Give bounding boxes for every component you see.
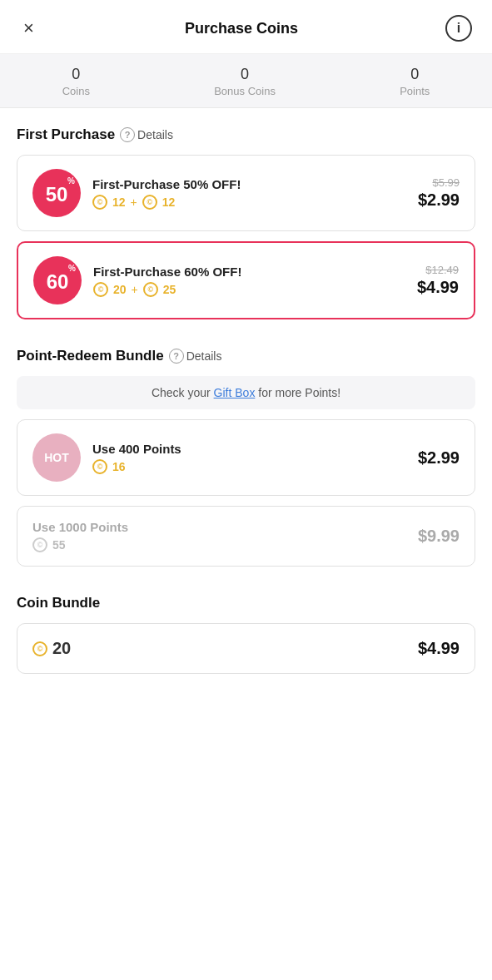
- price-current-pr2: $9.99: [418, 527, 460, 546]
- stat-points: 0 Points: [400, 66, 430, 97]
- coin-icon-1b: ©: [142, 195, 157, 210]
- point-redeem-card-2-title: Use 1000 Points: [32, 520, 390, 534]
- coins-label: Coins: [62, 85, 90, 97]
- point-redeem-card-2-price: $9.99: [401, 527, 460, 546]
- price-original-1: $5.99: [432, 176, 460, 189]
- gift-notice-text: Check your: [152, 386, 214, 399]
- coins-value: 0: [72, 66, 80, 83]
- badge-60-num: 60: [47, 272, 69, 292]
- page-title: Purchase Coins: [185, 20, 298, 37]
- first-purchase-card-1-content: First-Purchase 50% OFF! © 12 + © 12: [92, 177, 390, 210]
- first-purchase-card-1-title: First-Purchase 50% OFF!: [92, 177, 390, 191]
- coin-plus-2: +: [132, 283, 138, 296]
- badge-50-sign: %: [67, 177, 75, 186]
- point-redeem-section: Point-Redeem Bundle ? Details Check your…: [0, 329, 492, 567]
- price-current-pr1: $2.99: [418, 448, 460, 468]
- badge-hot: HOT: [32, 433, 81, 482]
- gift-box-link[interactable]: Gift Box: [214, 386, 256, 399]
- point-redeem-help-label: Details: [186, 349, 222, 363]
- point-redeem-help[interactable]: ? Details: [169, 349, 222, 364]
- first-purchase-card-2[interactable]: 60 % First-Purchase 60% OFF! © 20 + © 25…: [17, 241, 475, 319]
- badge-50: 50 %: [32, 169, 81, 217]
- info-button[interactable]: i: [445, 15, 472, 42]
- stats-bar: 0 Coins 0 Bonus Coins 0 Points: [0, 54, 492, 108]
- stat-bonus-coins: 0 Bonus Coins: [214, 66, 276, 97]
- point-redeem-card-1-price: $2.99: [401, 448, 460, 468]
- coin-bundle-count: 20: [52, 639, 71, 658]
- points-value: 0: [410, 66, 419, 83]
- coin-icon-2a: ©: [93, 282, 108, 297]
- first-purchase-card-2-content: First-Purchase 60% OFF! © 20 + © 25: [93, 265, 389, 297]
- coin-icon-1a: ©: [92, 195, 107, 210]
- point-redeem-card-2[interactable]: Use 1000 Points © 55 $9.99: [17, 506, 475, 567]
- first-purchase-card-2-coins: © 20 + © 25: [93, 282, 389, 297]
- point-redeem-help-icon: ?: [169, 349, 184, 364]
- badge-60-sign: %: [68, 265, 76, 273]
- point-redeem-card-2-coins: © 55: [32, 537, 390, 552]
- first-purchase-card-2-title: First-Purchase 60% OFF!: [93, 265, 389, 279]
- price-original-2: $12.49: [425, 264, 459, 276]
- coin-plus-1: +: [131, 196, 137, 209]
- price-current-1: $2.99: [418, 191, 460, 210]
- point-redeem-title: Point-Redeem Bundle: [17, 348, 164, 364]
- bonus-coins-label: Bonus Coins: [214, 85, 276, 97]
- stat-coins: 0 Coins: [62, 66, 90, 97]
- price-current-2: $4.99: [417, 278, 459, 297]
- coin-count-pr1: 16: [112, 460, 126, 473]
- first-purchase-title: First Purchase: [17, 126, 115, 143]
- badge-50-num: 50: [46, 185, 68, 205]
- coin-count-2b: 25: [163, 283, 176, 296]
- coin-icon-pr1: ©: [92, 459, 107, 474]
- first-purchase-help-label: Details: [137, 128, 173, 141]
- point-redeem-card-1-coins: © 16: [92, 459, 390, 474]
- gift-notice: Check your Gift Box for more Points!: [17, 376, 475, 409]
- first-purchase-help[interactable]: ? Details: [120, 127, 173, 142]
- point-redeem-card-1-content: Use 400 Points © 16: [92, 442, 390, 474]
- gift-notice-end: for more Points!: [255, 386, 340, 399]
- coin-bundle-title: Coin Bundle: [17, 595, 475, 611]
- first-purchase-header: First Purchase ? Details: [17, 126, 475, 143]
- coin-bundle-price: $4.99: [418, 639, 460, 658]
- point-redeem-header: Point-Redeem Bundle ? Details: [17, 348, 475, 364]
- first-purchase-section: First Purchase ? Details 50 % First-Purc…: [0, 108, 492, 319]
- coin-bundle-card-1[interactable]: © 20 $4.99: [17, 623, 475, 674]
- point-redeem-card-1-title: Use 400 Points: [92, 442, 390, 456]
- header: × Purchase Coins i: [0, 0, 492, 54]
- point-redeem-card-2-content: Use 1000 Points © 55: [32, 520, 390, 552]
- bonus-coins-value: 0: [241, 66, 249, 83]
- badge-60: 60 %: [33, 256, 82, 304]
- coin-icon-bundle: ©: [32, 641, 47, 656]
- coin-count-pr2: 55: [52, 538, 66, 552]
- first-purchase-card-1-price: $5.99 $2.99: [401, 176, 460, 210]
- first-purchase-help-icon: ?: [120, 127, 135, 142]
- points-label: Points: [400, 85, 430, 97]
- coin-bundle-section: Coin Bundle © 20 $4.99: [0, 577, 492, 674]
- first-purchase-card-1[interactable]: 50 % First-Purchase 50% OFF! © 12 + © 12…: [17, 155, 475, 231]
- point-redeem-card-1[interactable]: HOT Use 400 Points © 16 $2.99: [17, 419, 475, 496]
- first-purchase-card-1-coins: © 12 + © 12: [92, 195, 390, 210]
- coin-count-1b: 12: [162, 196, 176, 209]
- close-button[interactable]: ×: [20, 16, 37, 41]
- coin-count-2a: 20: [113, 283, 127, 296]
- coin-icon-pr2: ©: [32, 537, 47, 552]
- coin-count-1a: 12: [112, 196, 126, 209]
- coin-icon-2b: ©: [143, 282, 158, 297]
- coin-bundle-coin-row: © 20: [32, 639, 418, 658]
- first-purchase-card-2-price: $12.49 $4.99: [400, 264, 459, 297]
